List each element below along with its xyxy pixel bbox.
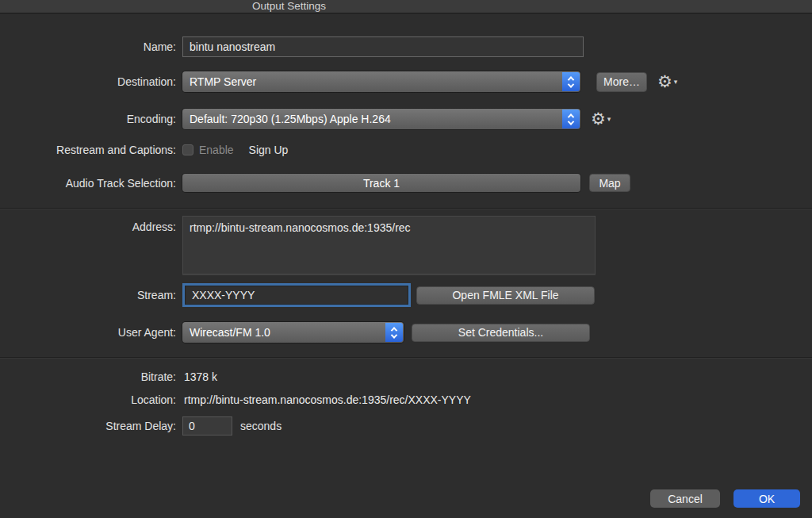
open-fmle-xml-button[interactable]: Open FMLE XML File xyxy=(416,286,595,305)
name-row: Name: xyxy=(6,36,812,57)
ok-button[interactable]: OK xyxy=(733,489,800,508)
set-credentials-button[interactable]: Set Credentials... xyxy=(412,324,590,342)
audio-track-row: Audio Track Selection: Track 1 Map xyxy=(6,174,812,192)
encoding-select[interactable]: Default: 720p30 (1.25Mbps) Apple H.264 xyxy=(182,109,580,129)
titlebar: Output Settings xyxy=(0,0,812,13)
address-label: Address: xyxy=(6,221,176,233)
user-agent-value: Wirecast/FM 1.0 xyxy=(190,326,270,339)
window-title: Output Settings xyxy=(252,0,326,13)
user-agent-select[interactable]: Wirecast/FM 1.0 xyxy=(182,322,404,343)
stream-delay-input[interactable] xyxy=(182,416,232,436)
stream-delay-label: Stream Delay: xyxy=(6,420,176,432)
stream-delay-row: Stream Delay: seconds xyxy=(6,416,812,436)
output-settings-dialog: { "window": { "title": "Output Settings"… xyxy=(0,0,812,518)
destination-label: Destination: xyxy=(6,75,176,88)
sign-up-link[interactable]: Sign Up xyxy=(249,144,289,156)
audio-track-select[interactable]: Track 1 xyxy=(182,174,580,192)
chevron-down-icon xyxy=(568,81,574,87)
cancel-button[interactable]: Cancel xyxy=(650,489,720,508)
chevron-down-icon xyxy=(391,332,397,338)
restream-row: Restream and Captions: Enable Sign Up xyxy=(6,142,812,158)
bitrate-value: 1378 k xyxy=(184,370,217,383)
encoding-value: Default: 720p30 (1.25Mbps) Apple H.264 xyxy=(190,113,391,125)
name-label: Name: xyxy=(6,40,176,53)
encoding-gear-menu[interactable]: ⚙ ▾ xyxy=(591,111,611,127)
enable-checkbox[interactable] xyxy=(182,144,193,155)
enable-label: Enable xyxy=(199,144,234,156)
user-agent-row: User Agent: Wirecast/FM 1.0 Set Credenti… xyxy=(6,322,812,343)
chevron-down-icon: ▾ xyxy=(607,111,611,127)
name-input[interactable] xyxy=(182,36,584,57)
address-textarea[interactable]: rtmp://bintu-stream.nanocosmos.de:1935/r… xyxy=(182,216,596,274)
section-divider xyxy=(0,357,812,358)
chevron-down-icon: ▾ xyxy=(674,74,678,90)
location-value: rtmp://bintu-stream.nanocosmos.de:1935/r… xyxy=(184,393,471,406)
audio-track-label: Audio Track Selection: xyxy=(6,177,176,190)
stream-label: Stream: xyxy=(6,289,176,301)
section-divider xyxy=(0,208,812,209)
dialog-button-bar: Cancel OK xyxy=(650,489,800,508)
gear-icon: ⚙ xyxy=(591,111,606,127)
encoding-label: Encoding: xyxy=(6,113,176,125)
bitrate-row: Bitrate: 1378 k xyxy=(6,370,812,383)
destination-value: RTMP Server xyxy=(190,75,256,88)
address-row: Address: rtmp://bintu-stream.nanocosmos.… xyxy=(6,216,812,274)
stepper-icon xyxy=(385,323,403,342)
stream-delay-unit: seconds xyxy=(240,420,282,432)
bitrate-label: Bitrate: xyxy=(6,370,176,383)
user-agent-label: User Agent: xyxy=(6,326,176,339)
destination-select[interactable]: RTMP Server xyxy=(182,71,580,92)
destination-row: Destination: RTMP Server More… ⚙ ▾ xyxy=(6,71,812,92)
stepper-icon xyxy=(562,109,580,129)
stream-row: Stream: Open FMLE XML File xyxy=(6,283,812,307)
restream-label: Restream and Captions: xyxy=(6,144,176,156)
stream-input[interactable] xyxy=(185,286,408,305)
encoding-row: Encoding: Default: 720p30 (1.25Mbps) App… xyxy=(6,109,812,129)
destination-gear-menu[interactable]: ⚙ ▾ xyxy=(657,74,677,90)
gear-icon: ⚙ xyxy=(657,74,672,90)
audio-track-value: Track 1 xyxy=(363,177,400,190)
map-button[interactable]: Map xyxy=(589,174,630,192)
chevron-down-icon xyxy=(568,118,574,125)
location-row: Location: rtmp://bintu-stream.nanocosmos… xyxy=(6,393,812,406)
location-label: Location: xyxy=(6,393,176,406)
stepper-icon xyxy=(562,72,580,91)
more-button[interactable]: More… xyxy=(596,72,647,92)
